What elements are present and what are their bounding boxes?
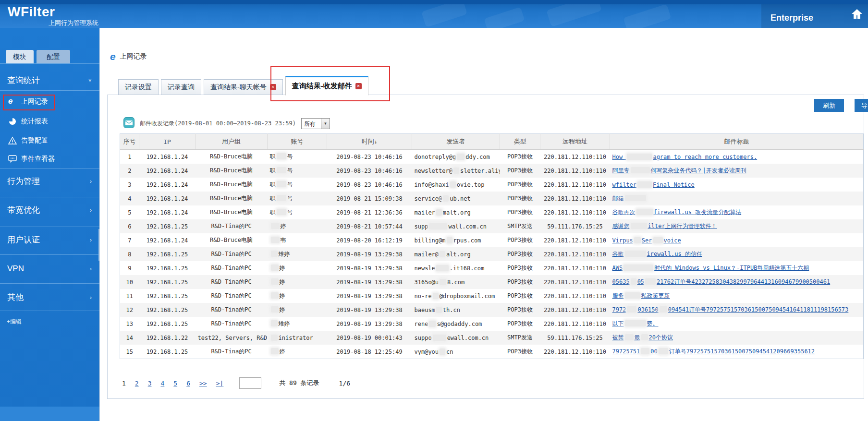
page-link[interactable]: 6: [186, 380, 190, 387]
email-subject-link[interactable]: 阿里专何写复杂业务代码？|开发者必读周刊: [612, 167, 746, 174]
cell-time: 2019-08-19 13:29:38: [327, 261, 412, 275]
export-button[interactable]: 导: [855, 99, 868, 112]
text-fragment: 时代的 Windows vs Linux？-ITPUB每周精选第五十六期: [654, 265, 809, 271]
cell-remote: 220.181.12.110:110: [540, 205, 610, 219]
section-label: 其他: [7, 293, 24, 302]
cell-subject: How agram to reach more customers.: [610, 150, 864, 164]
page-link[interactable]: 3: [148, 380, 152, 387]
redaction-blur: [277, 209, 286, 215]
sidebar-section-other[interactable]: 其他 ›: [0, 288, 99, 307]
close-icon[interactable]: ×: [270, 84, 276, 90]
sidebar-section-vpn[interactable]: VPN ›: [0, 259, 99, 278]
redaction-blur: [436, 307, 442, 313]
redaction-blur: [271, 278, 279, 285]
text-fragment: 职: [270, 181, 276, 188]
next-pages-link[interactable]: >>: [199, 380, 207, 387]
redaction-blur: [433, 293, 439, 299]
tab-record-settings[interactable]: 记录设置: [118, 79, 159, 95]
text-fragment: agram to reach more customers.: [653, 154, 757, 160]
cell-type: POP3接收: [500, 289, 540, 303]
email-subject-link[interactable]: 7972575100订单号797257515703615007509454120…: [612, 348, 815, 355]
column-header-7[interactable]: 远程地址: [540, 134, 610, 150]
email-subject-link[interactable]: 谷歌再次firewall.us 改变流量分配算法: [612, 209, 742, 216]
table-row: 8192.168.1.25R&D-Tina的PC雉婷2019-08-19 13:…: [120, 247, 864, 261]
last-page-link[interactable]: >|: [216, 380, 224, 387]
wfilter-app-window: WFilter 上网行为管理系统 Enterprise 模块 配置 查询统计 ˅…: [0, 0, 868, 421]
cell-sender: 3165o@u8.com: [412, 275, 500, 289]
column-header-6[interactable]: 类型: [500, 134, 540, 150]
tab-result-emails[interactable]: 查询结果-收发邮件 ×: [285, 76, 368, 96]
type-filter-dropdown[interactable]: 所有 ▼: [301, 118, 330, 129]
redaction-blur: [440, 279, 446, 285]
sidebar-section-bandwidth[interactable]: 带宽优化 ›: [0, 201, 99, 220]
section-label: 用户认证: [7, 235, 40, 244]
redaction-blur: [623, 265, 653, 271]
text-fragment: sletter.aliy: [460, 168, 500, 174]
text-fragment: 以下: [612, 320, 624, 327]
email-subject-link[interactable]: 谷歌irewall.us 的信任: [612, 251, 702, 257]
column-header-0[interactable]: 序号: [120, 134, 139, 150]
email-subject-link[interactable]: 被禁最20个协议: [612, 334, 673, 341]
cell-index: 13: [120, 317, 139, 331]
email-subject-link[interactable]: 056350521762订单号4232725830438299796441316…: [612, 278, 831, 285]
column-header-1[interactable]: IP: [139, 134, 196, 150]
sidebar-item-internet-records[interactable]: e 上网记录: [0, 95, 99, 108]
email-subject-link[interactable]: 邮箱: [612, 195, 647, 202]
email-subject-link[interactable]: 服务私政策更新: [612, 292, 670, 299]
sidebar-edit-link[interactable]: +编辑: [7, 318, 22, 326]
sidebar-item-event-viewer[interactable]: 事件查看器: [0, 152, 99, 165]
cell-account: 职号: [268, 192, 327, 205]
cell-remote: 220.181.12.110:110: [540, 192, 610, 205]
sidebar-tab-modules[interactable]: 模块: [6, 50, 34, 63]
column-header-4[interactable]: 时间↓: [327, 134, 412, 150]
email-subject-link[interactable]: AWS时代的 Windows vs Linux？-ITPUB每周精选第五十六期: [612, 265, 809, 271]
column-header-8[interactable]: 邮件标题: [610, 134, 864, 150]
column-header-5[interactable]: 发送者: [412, 134, 500, 150]
cell-group: R&D-Tina的PC: [196, 219, 268, 233]
sidebar-item-alert-config[interactable]: 告警配置: [0, 133, 99, 147]
redaction-blur: [277, 167, 286, 173]
sidebar-section-user-auth[interactable]: 用户认证 ›: [0, 230, 99, 250]
cell-index: 6: [120, 219, 139, 233]
close-icon[interactable]: ×: [355, 83, 362, 89]
tab-record-query[interactable]: 记录查询: [161, 79, 201, 95]
email-subject-link[interactable]: wfilterFinal Notice: [612, 181, 695, 188]
text-fragment: 20个协议: [649, 334, 673, 341]
column-header-2[interactable]: 用户组: [196, 134, 268, 150]
text-fragment: th.cn: [443, 307, 460, 313]
email-subject-link[interactable]: How agram to reach more customers.: [612, 154, 758, 160]
page-jump-input[interactable]: [239, 377, 261, 389]
sidebar-section-query-stats[interactable]: 查询统计 ˅: [0, 71, 99, 90]
page-link[interactable]: 4: [160, 380, 164, 387]
cell-index: 8: [120, 247, 139, 261]
cell-time: 2019-08-19 13:29:38: [327, 275, 412, 289]
cell-subject: 被禁最20个协议: [610, 331, 864, 345]
email-subject-link[interactable]: 以下费。: [612, 320, 659, 327]
cell-time: 2019-08-19 00:01:43: [327, 331, 412, 345]
sidebar-tab-config[interactable]: 配置: [37, 50, 70, 63]
report-icon: [8, 117, 17, 125]
refresh-button[interactable]: 刷新: [814, 99, 844, 112]
email-subject-link[interactable]: 7972036150094541订单号797257515703615007509…: [612, 306, 849, 313]
cell-account: 婷: [268, 261, 327, 275]
email-subject-link[interactable]: 感谢您ilter上网行为管理软件！: [612, 223, 717, 229]
tab-result-chat-accounts[interactable]: 查询结果-聊天帐号 ×: [204, 79, 283, 95]
sidebar-item-statistics-report[interactable]: 统计报表: [0, 114, 99, 128]
sidebar-section-behavior-mgmt[interactable]: 行为管理 ›: [0, 172, 99, 191]
cell-group: R&D-Bruce电脑: [196, 150, 268, 164]
column-header-3[interactable]: 账号: [268, 134, 327, 150]
page-link[interactable]: 2: [135, 380, 139, 387]
redaction-blur: [436, 209, 442, 216]
redaction-blur: [271, 223, 280, 229]
email-subject-link[interactable]: VirpusServoice: [612, 237, 681, 244]
home-icon[interactable]: [851, 8, 863, 20]
cell-account: 韦: [268, 233, 327, 247]
cell-remote: 220.181.12.110:110: [540, 303, 610, 317]
cell-sender: info@shaxiovie.top: [412, 178, 500, 192]
redaction-blur: [450, 181, 456, 188]
main-content: e 上网记录 记录设置 记录查询 查询结果-聊天帐号 × 查询结果-收发邮件 ×…: [99, 28, 868, 421]
page-links: 23456: [135, 380, 190, 387]
cell-ip: 192.168.1.24: [139, 164, 196, 178]
redaction-blur: [271, 265, 279, 271]
page-link[interactable]: 5: [173, 380, 177, 387]
